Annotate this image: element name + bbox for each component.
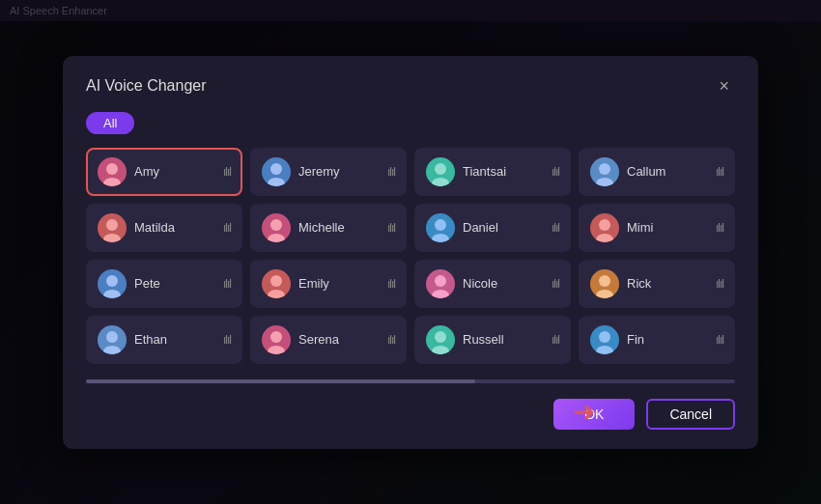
avatar-russell bbox=[426, 325, 455, 354]
voice-card-rick[interactable]: Rickılıl bbox=[579, 260, 735, 308]
wave-icon-tiantsai[interactable]: ılıl bbox=[552, 165, 559, 179]
voice-name-callum: Callum bbox=[627, 164, 708, 179]
voice-name-daniel: Daniel bbox=[463, 220, 544, 235]
avatar-tiantsai bbox=[426, 157, 455, 186]
wave-icon-pete[interactable]: ılıl bbox=[223, 277, 231, 291]
voice-card-fin[interactable]: Finılıl bbox=[579, 316, 735, 364]
voice-card-matilda[interactable]: Matildaılıl bbox=[86, 204, 242, 252]
svg-point-4 bbox=[270, 163, 282, 175]
svg-point-34 bbox=[599, 275, 610, 287]
avatar-daniel bbox=[426, 213, 455, 242]
scrollbar-thumb bbox=[86, 379, 475, 383]
voice-card-michelle[interactable]: Michelleılıl bbox=[250, 204, 407, 252]
avatar-serena bbox=[262, 325, 291, 354]
wave-icon-rick[interactable]: ılıl bbox=[716, 277, 723, 291]
wave-icon-mimi[interactable]: ılıl bbox=[716, 221, 723, 235]
avatar-mimi bbox=[590, 213, 619, 242]
voice-name-jeremy: Jeremy bbox=[298, 164, 380, 179]
voice-grid: Amyılıl Jeremyılıl Tiantsaiılıl Callumıl… bbox=[86, 148, 735, 364]
voice-card-tiantsai[interactable]: Tiantsaiılıl bbox=[414, 148, 571, 196]
wave-icon-matilda[interactable]: ılıl bbox=[223, 221, 231, 235]
close-button[interactable]: × bbox=[713, 75, 735, 97]
voice-card-nicole[interactable]: Nicoleılıl bbox=[414, 260, 571, 308]
avatar-rick bbox=[590, 269, 619, 298]
voice-name-mimi: Mimi bbox=[627, 220, 708, 235]
wave-icon-michelle[interactable]: ılıl bbox=[387, 221, 395, 235]
voice-name-emily: Emily bbox=[298, 276, 380, 291]
filter-bar: All bbox=[86, 112, 735, 134]
svg-point-31 bbox=[435, 275, 446, 287]
wave-icon-nicole[interactable]: ılıl bbox=[552, 277, 559, 291]
avatar-nicole bbox=[426, 269, 455, 298]
voice-name-michelle: Michelle bbox=[298, 220, 380, 235]
avatar-pete bbox=[98, 269, 127, 298]
wave-icon-emily[interactable]: ılıl bbox=[387, 277, 395, 291]
modal-title: AI Voice Changer bbox=[86, 77, 207, 95]
cancel-button[interactable]: Cancel bbox=[646, 399, 735, 430]
avatar-ethan bbox=[98, 325, 127, 354]
svg-point-37 bbox=[106, 331, 118, 343]
svg-point-7 bbox=[435, 163, 446, 175]
svg-point-1 bbox=[106, 163, 118, 175]
svg-point-28 bbox=[270, 275, 282, 287]
modal: AI Voice Changer × All Amyılıl Jeremyılı… bbox=[63, 56, 758, 449]
wave-icon-russell[interactable]: ılıl bbox=[552, 333, 559, 347]
svg-point-40 bbox=[270, 331, 282, 343]
voice-card-russell[interactable]: Russellılıl bbox=[414, 316, 571, 364]
wave-icon-amy[interactable]: ılıl bbox=[223, 165, 231, 179]
voice-name-ethan: Ethan bbox=[134, 332, 215, 347]
wave-icon-serena[interactable]: ılıl bbox=[387, 333, 395, 347]
wave-icon-callum[interactable]: ılıl bbox=[716, 165, 723, 179]
scrollbar[interactable] bbox=[86, 379, 735, 383]
voice-name-amy: Amy bbox=[134, 164, 215, 179]
avatar-amy bbox=[98, 157, 127, 186]
voice-name-nicole: Nicole bbox=[463, 276, 544, 291]
svg-point-22 bbox=[599, 219, 610, 231]
voice-card-amy[interactable]: Amyılıl bbox=[86, 148, 242, 196]
voice-name-rick: Rick bbox=[627, 276, 708, 291]
voice-card-ethan[interactable]: Ethanılıl bbox=[86, 316, 242, 364]
wave-icon-fin[interactable]: ılıl bbox=[716, 333, 723, 347]
arrow-indicator: ➜ bbox=[573, 399, 595, 426]
voice-name-pete: Pete bbox=[134, 276, 215, 291]
avatar-emily bbox=[262, 269, 291, 298]
voice-name-serena: Serena bbox=[298, 332, 380, 347]
svg-point-46 bbox=[599, 331, 610, 343]
svg-point-19 bbox=[435, 219, 446, 231]
modal-footer: ➜ OK Cancel bbox=[86, 395, 735, 430]
voice-name-russell: Russell bbox=[463, 332, 544, 347]
wave-icon-ethan[interactable]: ılıl bbox=[223, 333, 231, 347]
svg-point-16 bbox=[270, 219, 282, 231]
svg-point-25 bbox=[106, 275, 118, 287]
voice-card-daniel[interactable]: Danielılıl bbox=[414, 204, 571, 252]
filter-all-button[interactable]: All bbox=[86, 112, 134, 134]
svg-point-10 bbox=[599, 163, 610, 175]
svg-point-43 bbox=[435, 331, 446, 343]
avatar-jeremy bbox=[262, 157, 291, 186]
avatar-callum bbox=[590, 157, 619, 186]
avatar-fin bbox=[590, 325, 619, 354]
voice-card-serena[interactable]: Serenaılıl bbox=[250, 316, 407, 364]
voice-name-matilda: Matilda bbox=[134, 220, 215, 235]
modal-header: AI Voice Changer × bbox=[86, 75, 735, 97]
modal-overlay: AI Voice Changer × All Amyılıl Jeremyılı… bbox=[0, 0, 821, 504]
svg-point-13 bbox=[106, 219, 118, 231]
voice-card-pete[interactable]: Peteılıl bbox=[86, 260, 242, 308]
avatar-matilda bbox=[98, 213, 127, 242]
voice-card-mimi[interactable]: Mimiılıl bbox=[579, 204, 735, 252]
voice-name-tiantsai: Tiantsai bbox=[463, 164, 544, 179]
voice-card-emily[interactable]: Emilyılıl bbox=[250, 260, 407, 308]
avatar-michelle bbox=[262, 213, 291, 242]
voice-name-fin: Fin bbox=[627, 332, 708, 347]
voice-card-jeremy[interactable]: Jeremyılıl bbox=[250, 148, 407, 196]
wave-icon-daniel[interactable]: ılıl bbox=[552, 221, 559, 235]
wave-icon-jeremy[interactable]: ılıl bbox=[387, 165, 395, 179]
voice-card-callum[interactable]: Callumılıl bbox=[579, 148, 735, 196]
